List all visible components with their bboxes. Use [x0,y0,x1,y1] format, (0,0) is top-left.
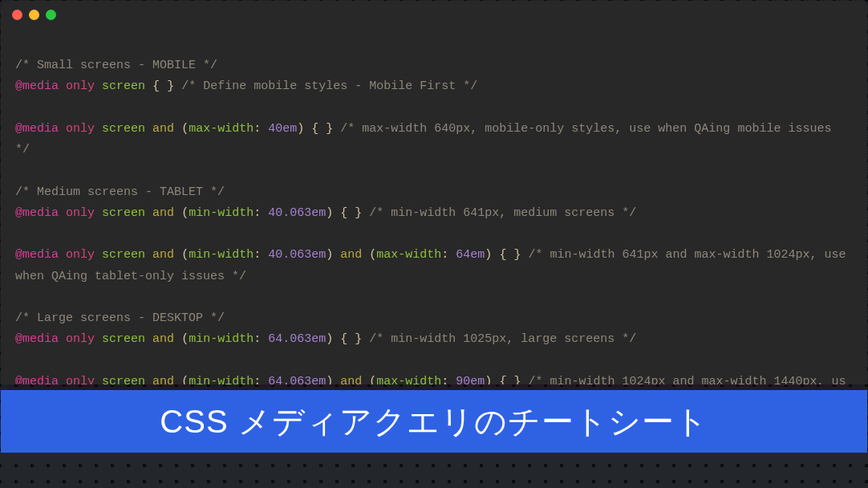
comment: /* min-width 1025px, large screens */ [369,332,636,346]
keyword-and: and [152,332,174,346]
brace: { [311,122,318,136]
colon: : [254,122,261,136]
css-property: min-width [189,206,254,220]
keyword-only: only [66,248,95,262]
minimize-icon[interactable] [29,10,39,20]
colon: : [441,375,448,384]
comment: /* min-width 641px, medium screens */ [369,206,636,220]
keyword-screen: screen [102,79,145,93]
brace: } [355,206,362,220]
brace: } [355,332,362,346]
keyword-and: and [340,375,362,384]
title-banner: CSS メディアクエリのチートシート [1,390,867,453]
at-rule: @media [15,206,59,220]
paren: ) [326,248,333,262]
keyword-and: and [152,122,174,136]
paren: ) [485,248,492,262]
css-property: min-width [189,332,254,346]
css-value: 90em [456,375,485,384]
paren: ( [369,248,376,262]
brace: { [340,206,347,220]
keyword-only: only [66,122,95,136]
colon: : [254,206,261,220]
keyword-and: and [340,248,362,262]
code-editor-window: /* Small screens - MOBILE */ @media only… [1,1,867,384]
page-title: CSS メディアクエリのチートシート [160,400,708,444]
brace: { [152,79,160,93]
maximize-icon[interactable] [46,10,56,20]
at-rule: @media [15,122,59,136]
keyword-only: only [66,332,95,346]
css-property: max-width [376,375,441,384]
at-rule: @media [15,375,59,384]
css-value: 64.063em [268,332,326,346]
comment: /* Small screens - MOBILE */ [15,59,217,72]
code-block: /* Small screens - MOBILE */ @media only… [1,28,867,384]
keyword-screen: screen [102,375,145,384]
css-property: min-width [189,375,254,384]
keyword-only: only [66,375,95,384]
paren: ) [326,206,333,220]
at-rule: @media [15,79,59,93]
css-property: max-width [189,122,254,136]
comment: /* Medium screens - TABLET */ [15,185,225,199]
paren: ) [326,332,333,346]
colon: : [254,248,261,262]
brace: } [326,122,333,136]
brace: { [499,375,506,384]
css-value: 40.063em [268,206,326,220]
window-titlebar [1,1,867,28]
keyword-and: and [152,248,174,262]
paren: ( [181,122,189,136]
brace: } [513,375,521,384]
keyword-only: only [66,79,95,93]
paren: ( [181,206,189,220]
css-value: 40.063em [268,248,326,262]
colon: : [441,248,448,262]
css-value: 40em [268,122,297,136]
css-property: min-width [189,248,254,262]
keyword-and: and [152,375,174,384]
at-rule: @media [15,332,59,346]
keyword-only: only [66,206,95,220]
brace: } [167,79,174,93]
colon: : [254,375,261,384]
keyword-and: and [152,206,174,220]
keyword-screen: screen [102,248,145,262]
paren: ( [181,332,189,346]
paren: ( [369,375,376,384]
keyword-screen: screen [102,206,145,220]
brace: { [499,248,506,262]
close-icon[interactable] [12,10,22,20]
brace: { [340,332,347,346]
paren: ) [297,122,304,136]
keyword-screen: screen [102,332,145,346]
keyword-screen: screen [102,122,145,136]
colon: : [254,332,261,346]
comment: /* Large screens - DESKTOP */ [15,311,225,325]
comment: /* Define mobile styles - Mobile First *… [181,79,477,93]
css-value: 64em [456,248,485,262]
paren: ( [181,375,189,384]
paren: ) [485,375,492,384]
paren: ) [326,375,333,384]
css-value: 64.063em [268,375,326,384]
brace: } [513,248,521,262]
css-property: max-width [376,248,441,262]
at-rule: @media [15,248,59,262]
paren: ( [181,248,189,262]
